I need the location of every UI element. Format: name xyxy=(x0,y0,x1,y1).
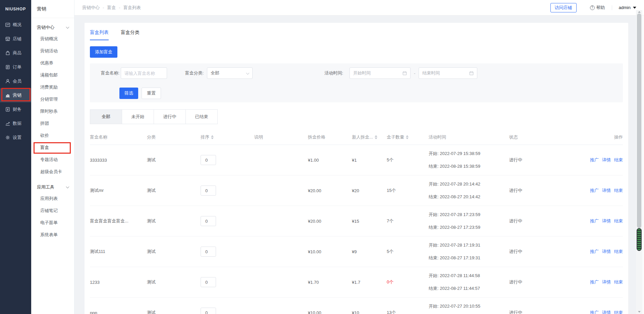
end-link[interactable]: 结束 xyxy=(614,157,623,163)
sort-carets-icon[interactable] xyxy=(375,135,377,139)
secondary-nav-item[interactable]: 分销管理 xyxy=(31,93,74,105)
secondary-nav-group-header[interactable]: 营销中心 xyxy=(31,22,74,33)
secondary-nav-item[interactable]: 消费奖励 xyxy=(31,81,74,93)
secondary-nav-item[interactable]: 砍价 xyxy=(31,129,74,142)
table-row: 测试111 测试 ¥10.00 ¥9 5个 开始: 2022-07-28 17:… xyxy=(90,237,623,267)
breadcrumb-item[interactable]: 盲盒 xyxy=(100,5,116,11)
end-time: 结束: 2022-08-27 11:44:57 xyxy=(429,282,506,295)
cell-blindbox-name: 测试mr xyxy=(90,188,147,194)
orders-icon xyxy=(5,64,10,70)
scroll-up-arrow[interactable] xyxy=(636,10,642,13)
primary-nav-item[interactable]: 设置 xyxy=(0,130,31,145)
promote-link[interactable]: 推广 xyxy=(590,249,599,255)
blindbox-name-input[interactable] xyxy=(121,67,167,79)
primary-nav-item[interactable]: 营销 xyxy=(0,88,31,102)
end-link[interactable]: 结束 xyxy=(614,249,623,255)
sort-input[interactable] xyxy=(201,308,216,314)
detail-link[interactable]: 详情 xyxy=(602,310,611,314)
secondary-nav-item[interactable]: 应用列表 xyxy=(31,193,74,205)
primary-nav: 概况 店铺 商品 订单 会员 营销 财务 数据 设置 xyxy=(0,18,31,145)
secondary-nav-item[interactable]: 拼团 xyxy=(31,117,74,129)
main-content: 盲盒列表盲盒分类 添加盲盒 盲盒名称: 盲盒分类: 全部 活动时间: 开始时间 xyxy=(74,15,644,314)
promote-link[interactable]: 推广 xyxy=(590,218,599,224)
end-date-input[interactable]: 结束时间 xyxy=(419,67,477,79)
status-filter-tab[interactable]: 全部 xyxy=(90,109,122,124)
visit-shop-button[interactable]: 访问店铺 xyxy=(550,3,577,12)
secondary-nav-item[interactable]: 店铺笔记 xyxy=(31,205,74,217)
sort-input[interactable] xyxy=(201,277,216,287)
category-select[interactable]: 全部 xyxy=(207,67,253,79)
detail-link[interactable]: 详情 xyxy=(602,157,611,163)
detail-link[interactable]: 详情 xyxy=(602,279,611,285)
help-button[interactable]: 帮助 xyxy=(590,5,605,11)
secondary-nav-item[interactable]: 优惠券 xyxy=(31,57,74,69)
niushop-logo: NIUSHOP xyxy=(0,0,31,18)
header-divider xyxy=(612,5,612,10)
primary-nav-item[interactable]: 订单 xyxy=(0,60,31,74)
sort-carets-icon[interactable] xyxy=(211,135,214,139)
promote-link[interactable]: 推广 xyxy=(590,279,599,285)
primary-nav-item[interactable]: 会员 xyxy=(0,74,31,88)
table-column-header: 分类 xyxy=(147,134,201,140)
table-row: 1233 测试 ¥1.70 ¥1.7 0个 开始: 2022-07-28 11:… xyxy=(90,267,623,298)
group-label: 应用工具 xyxy=(37,184,54,190)
primary-nav-item[interactable]: 数据 xyxy=(0,116,31,130)
start-time: 开始: 2022-07-29 15:38:59 xyxy=(429,147,506,160)
status-filter-tab[interactable]: 未开始 xyxy=(122,109,154,124)
sort-carets-icon[interactable] xyxy=(406,135,409,139)
detail-link[interactable]: 详情 xyxy=(602,218,611,224)
promote-link[interactable]: 推广 xyxy=(590,310,599,314)
secondary-nav-item[interactable]: 营销活动 xyxy=(31,45,74,57)
secondary-nav-item[interactable]: 盲盒 xyxy=(31,142,74,154)
end-link[interactable]: 结束 xyxy=(614,218,623,224)
tab[interactable]: 盲盒列表 xyxy=(90,30,109,40)
secondary-nav-item[interactable]: 营销概况 xyxy=(31,33,74,45)
status-filter-tab[interactable]: 进行中 xyxy=(154,109,186,124)
table-column-header: 盲盒名称 xyxy=(90,134,147,140)
end-link[interactable]: 结束 xyxy=(614,310,623,314)
primary-nav-item[interactable]: 财务 xyxy=(0,102,31,116)
sort-input[interactable] xyxy=(201,216,216,226)
breadcrumb-item[interactable]: 盲盒列表 xyxy=(116,5,141,11)
end-time: 结束: 2022-08-27 17:23:59 xyxy=(429,221,506,234)
table-row: 盲盒盲盒盲盒盲盒... 测试 ¥20.00 ¥15 7个 开始: 2022-07… xyxy=(90,206,623,237)
table-column-header: 盒子数量 xyxy=(387,134,429,140)
tab[interactable]: 盲盒分类 xyxy=(121,30,140,40)
secondary-nav-item[interactable]: 电子面单 xyxy=(31,217,74,229)
sort-input[interactable] xyxy=(201,155,216,165)
cell-open-price: ¥1.00 xyxy=(305,158,350,163)
status-filter-tab[interactable]: 已结束 xyxy=(185,109,218,124)
primary-nav-label: 财务 xyxy=(13,106,21,112)
promote-link[interactable]: 推广 xyxy=(590,188,599,194)
status-filter-tabs: 全部未开始进行中已结束 xyxy=(90,109,218,124)
secondary-nav-item[interactable]: 满额包邮 xyxy=(31,69,74,81)
detail-link[interactable]: 详情 xyxy=(602,188,611,194)
user-menu[interactable]: admin xyxy=(619,5,636,10)
add-blindbox-button[interactable]: 添加盲盒 xyxy=(90,46,117,58)
tab-bar: 盲盒列表盲盒分类 xyxy=(90,23,623,40)
secondary-nav-item[interactable]: 专题活动 xyxy=(31,154,74,166)
filter-submit-button[interactable]: 筛选 xyxy=(119,88,138,99)
end-link[interactable]: 结束 xyxy=(614,188,623,194)
scrollbar-green-marker[interactable] xyxy=(637,228,642,251)
secondary-nav-item[interactable]: 限时秒杀 xyxy=(31,105,74,117)
cell-blindbox-name: 盲盒盲盒盲盒盲盒... xyxy=(90,218,147,224)
detail-link[interactable]: 详情 xyxy=(602,249,611,255)
secondary-nav-group-header[interactable]: 应用工具 xyxy=(31,182,74,193)
sort-input[interactable] xyxy=(201,247,216,257)
scroll-down-arrow[interactable] xyxy=(636,310,642,313)
scrollbar-thumb[interactable] xyxy=(637,13,641,228)
primary-nav-item[interactable]: 店铺 xyxy=(0,32,31,46)
promote-link[interactable]: 推广 xyxy=(590,157,599,163)
secondary-nav-item[interactable]: 超级会员卡 xyxy=(31,166,74,178)
primary-nav-item[interactable]: 商品 xyxy=(0,46,31,60)
sort-input[interactable] xyxy=(201,186,216,196)
end-link[interactable]: 结束 xyxy=(614,279,623,285)
cell-open-price: ¥1.70 xyxy=(305,280,350,285)
breadcrumb-item[interactable]: 营销中心 xyxy=(82,5,100,11)
filter-reset-button[interactable]: 重置 xyxy=(142,88,161,99)
secondary-nav-item[interactable]: 系统表单 xyxy=(31,229,74,241)
start-date-input[interactable]: 开始时间 xyxy=(350,67,411,79)
cell-blindbox-name: ppp xyxy=(90,310,147,314)
primary-nav-item[interactable]: 概况 xyxy=(0,18,31,32)
